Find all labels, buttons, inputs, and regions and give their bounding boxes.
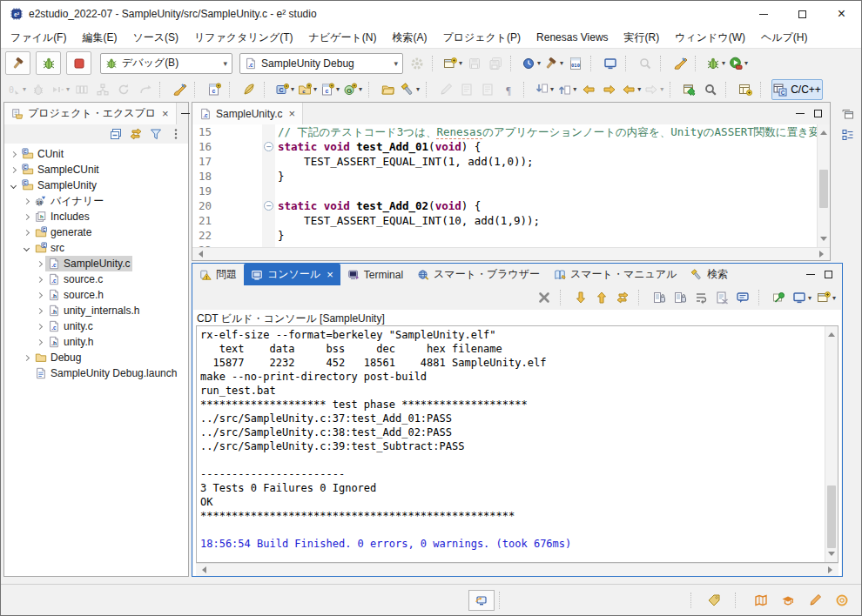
tab-project-explorer[interactable]: プロジェクト・エクスプロ ×	[4, 103, 177, 124]
menu-item[interactable]: 実行(R)	[616, 28, 668, 48]
open-console-dropdown[interactable]: ▾	[815, 288, 838, 307]
tree-item[interactable]: SampleUnity Debug.launch	[4, 365, 188, 381]
scroll-down-icon[interactable]	[828, 552, 835, 559]
format-button[interactable]	[435, 79, 456, 100]
tab-terminal[interactable]: Terminal	[340, 264, 410, 285]
new-c-project-dropdown[interactable]: C▾	[273, 79, 296, 100]
pin-editor-button[interactable]	[679, 79, 700, 100]
stop-button[interactable]	[66, 51, 91, 75]
fold-margin[interactable]: −	[262, 198, 275, 213]
close-icon[interactable]: ×	[288, 107, 295, 120]
tab-search[interactable]: 検索	[684, 264, 735, 285]
tree-item[interactable]: 10 バイナリー	[4, 193, 188, 209]
feedback-button[interactable]	[805, 590, 825, 611]
filter-button[interactable]	[147, 125, 165, 143]
tree-item[interactable]: C generate	[4, 224, 188, 240]
new-wizard-dropdown[interactable]: ▾	[441, 53, 464, 74]
search-button[interactable]	[700, 79, 721, 100]
code-verify-button[interactable]	[169, 79, 190, 100]
tree-item[interactable]: .c source.c	[4, 271, 188, 287]
follow-output-button[interactable]	[613, 288, 632, 307]
tab-problems[interactable]: 問題	[192, 264, 244, 285]
scroll-right-icon[interactable]	[828, 566, 836, 573]
tree-item[interactable]: .c unity.c	[4, 318, 188, 334]
open-element-button[interactable]	[378, 79, 399, 100]
twisty-icon[interactable]	[33, 278, 45, 282]
menu-item[interactable]: 編集(E)	[74, 28, 125, 48]
code-line[interactable]: 15// 下記のテストコード3つは、Renesasのアプリケーションノートの内容…	[192, 124, 817, 139]
trace-button[interactable]: 0▾	[5, 79, 28, 100]
new-cpp-project-dropdown[interactable]: c▾	[296, 79, 319, 100]
tree-item[interactable]: .h unity.h	[4, 334, 188, 350]
scroll-lock-button[interactable]	[650, 288, 669, 307]
save-button[interactable]	[464, 53, 485, 74]
code-line[interactable]: 20−static void test_Add_02(void) {	[192, 198, 817, 213]
menu-item[interactable]: Renesas Views	[529, 29, 616, 46]
minimize-button[interactable]	[744, 1, 783, 27]
support-button[interactable]	[832, 590, 852, 611]
twisty-icon[interactable]	[7, 184, 19, 188]
tree-item[interactable]: C CUnit	[4, 146, 188, 162]
new-class-dropdown[interactable]: G▾	[341, 79, 364, 100]
back-dropdown[interactable]: ▾	[620, 79, 643, 100]
twisty-icon[interactable]	[33, 325, 45, 329]
maximize-view-button[interactable]	[819, 265, 838, 283]
activate-on-output-button[interactable]	[733, 288, 752, 307]
show-whitespace-button[interactable]: ¶	[498, 79, 519, 100]
whats-new-button[interactable]	[704, 590, 724, 611]
restore-view-button[interactable]	[838, 105, 859, 123]
code-line[interactable]: 17 TEST_ASSERT_EQUAL_INT(1, add(1,0));	[192, 154, 817, 169]
code-line[interactable]: 18}	[192, 169, 817, 184]
tab-sampleunity-c[interactable]: .c SampleUnity.c ×	[192, 103, 303, 124]
scroll-left-icon[interactable]	[195, 251, 203, 258]
forward-dropdown[interactable]: ▾	[643, 79, 665, 100]
next-annotation-dropdown[interactable]: ▾	[533, 79, 556, 100]
twisty-icon[interactable]	[33, 293, 45, 298]
columns-button[interactable]	[71, 79, 92, 100]
menu-item[interactable]: ファイル(F)	[3, 28, 74, 48]
code-line[interactable]: 19	[192, 184, 817, 198]
fold-margin[interactable]: −	[262, 139, 275, 154]
open-declaration-button[interactable]	[456, 79, 477, 100]
twisty-icon[interactable]	[33, 262, 45, 266]
code-line[interactable]: 22}	[192, 228, 817, 243]
resume-button[interactable]: ▾	[49, 79, 71, 100]
restart-debug-button[interactable]	[28, 79, 49, 100]
twisty-icon[interactable]	[20, 356, 32, 360]
scroll-up-icon[interactable]	[820, 127, 827, 135]
debug-button[interactable]	[36, 51, 61, 75]
menu-item[interactable]: 検索(A)	[384, 28, 434, 48]
twisty-icon[interactable]	[7, 152, 19, 157]
code-line[interactable]: 21 TEST_ASSERT_EQUAL_INT(10, add(1,9));	[192, 213, 817, 228]
twisty-icon[interactable]	[20, 215, 32, 219]
open-perspective-button[interactable]	[735, 79, 756, 100]
twisty-icon[interactable]	[33, 309, 45, 313]
tab-console[interactable]: コンソール ×	[244, 264, 340, 285]
binary-utility-button[interactable]: 010	[565, 53, 586, 74]
menu-item[interactable]: ヘルプ(H)	[753, 28, 816, 48]
view-menu-button[interactable]	[167, 125, 185, 143]
reload-button[interactable]	[113, 79, 134, 100]
twisty-icon[interactable]	[20, 199, 32, 204]
console-output[interactable]: rx-elf-size --format=berkeley "SampleUni…	[197, 326, 825, 562]
console-horizontal-scrollbar[interactable]	[196, 563, 838, 576]
remove-launch-button[interactable]	[535, 288, 554, 307]
collapse-all-button[interactable]	[107, 125, 125, 143]
editor-horizontal-scrollbar[interactable]	[192, 247, 830, 260]
scroll-up-icon[interactable]	[828, 329, 835, 337]
maximize-button[interactable]	[783, 1, 822, 27]
show-prev-button[interactable]	[592, 288, 611, 307]
tree-item[interactable]: .h unity_internals.h	[4, 303, 188, 318]
launch-bar-button[interactable]	[468, 590, 495, 611]
close-button[interactable]: ×	[822, 1, 861, 27]
last-edit-forward-button[interactable]	[599, 79, 620, 100]
close-icon[interactable]: ×	[162, 107, 169, 120]
code-line[interactable]: 23	[192, 243, 817, 247]
inspect-button[interactable]	[635, 53, 656, 74]
build-all-dropdown[interactable]: ▾	[542, 53, 565, 74]
scroll-down-icon[interactable]	[820, 237, 827, 244]
menu-item[interactable]: ソース(S)	[125, 28, 186, 48]
link-editor-button[interactable]	[127, 125, 145, 143]
console-vertical-scrollbar[interactable]	[825, 326, 838, 562]
search-torch-dropdown[interactable]: ▾	[399, 79, 421, 100]
